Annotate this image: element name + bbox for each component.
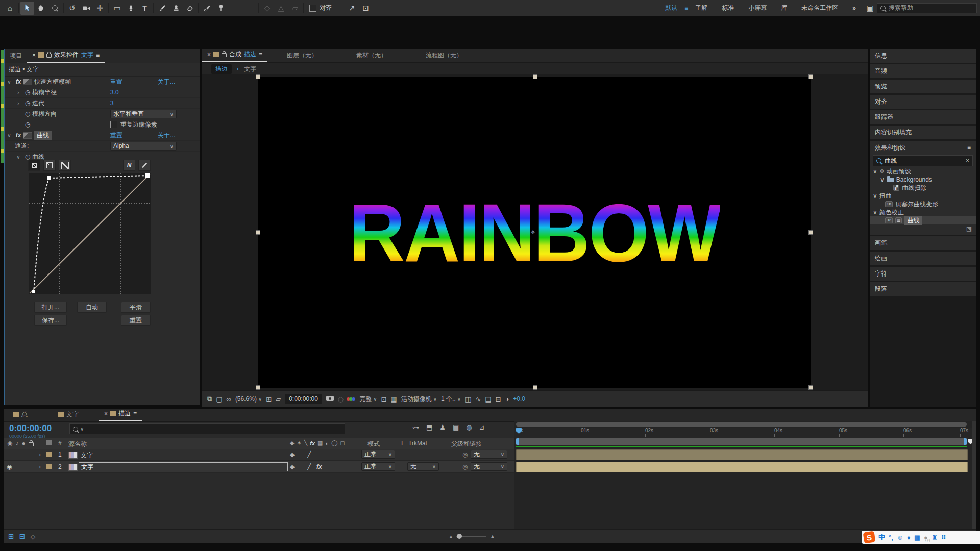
- eye-icon[interactable]: ◉: [7, 463, 12, 470]
- panel-info[interactable]: 信息: [870, 49, 976, 63]
- draft-3d-icon[interactable]: ⬒: [426, 423, 432, 431]
- tab-close-icon[interactable]: ×: [32, 52, 36, 59]
- ime-login-icon[interactable]: ●21: [924, 534, 928, 541]
- toggle-transfer-controls-icon[interactable]: ⊟: [19, 532, 26, 540]
- quality-toggle[interactable]: ╱: [307, 451, 311, 458]
- tab-effect-controls[interactable]: × 效果控件 文字 ≡: [27, 48, 105, 63]
- effects-presets-search-box[interactable]: 曲线 ×: [873, 155, 973, 166]
- tree-effect-curves-selected[interactable]: 32 ▥ 曲线: [870, 216, 976, 224]
- ime-toolbox-icon[interactable]: ⠿: [941, 534, 946, 541]
- tree-category-distort[interactable]: ∨ 扭曲: [870, 192, 976, 200]
- layer-row-1[interactable]: › 1 文字 ◆ ╱ 正常 ∨ ◎ 无 ∨: [4, 449, 514, 461]
- stopwatch-icon[interactable]: ◷: [23, 110, 32, 117]
- composition-canvas[interactable]: RAINBOW ⌖: [258, 77, 811, 388]
- collapse-icon[interactable]: ∨: [873, 209, 877, 216]
- fx-badge-icon[interactable]: fx: [14, 132, 23, 139]
- tab-footage-viewer[interactable]: 素材（无）: [352, 48, 391, 62]
- timecode[interactable]: 0:00:00:00: [9, 423, 52, 434]
- mask-visibility-icon[interactable]: ▱: [276, 395, 281, 403]
- workspace-small-screen[interactable]: 小屏幕: [741, 4, 774, 12]
- brush-tool-icon[interactable]: [155, 2, 169, 15]
- reset-link[interactable]: 重置: [110, 131, 122, 140]
- panel-paragraph[interactable]: 段落: [870, 282, 976, 296]
- selection-handle[interactable]: [808, 385, 813, 390]
- param-value[interactable]: 3: [110, 99, 114, 107]
- eraser-tool-icon[interactable]: [183, 2, 197, 15]
- blend-mode-dropdown[interactable]: 正常 ∨: [361, 450, 395, 459]
- tab-flowchart-viewer[interactable]: 流程图（无）: [422, 48, 467, 62]
- panel-tracker[interactable]: 跟踪器: [870, 110, 976, 124]
- workspace-default[interactable]: 默认: [658, 4, 684, 12]
- panel-content-aware-fill[interactable]: 内容识别填充: [870, 126, 976, 139]
- tree-category-color-correction[interactable]: ∨ 颜色校正: [870, 208, 976, 216]
- camera-tool-icon[interactable]: [79, 2, 93, 15]
- layer-row-2-selected[interactable]: ◉ › 2 文字 ◆ ╱ fx 正常 ∨ 无 ∨ ◎ 无 ∨: [4, 461, 514, 473]
- tab-project[interactable]: 项目: [5, 49, 27, 63]
- view-layout-dropdown[interactable]: 1 个.. ∨: [441, 395, 461, 404]
- workspace-learn[interactable]: 了解: [688, 4, 715, 12]
- primary-viewer-icon[interactable]: ▢: [216, 395, 222, 403]
- timeline-horizontal-scrollbar[interactable]: [516, 422, 967, 427]
- corner-brackets-icon[interactable]: ⊡: [359, 2, 373, 15]
- trkmat-column[interactable]: TrkMat: [408, 440, 427, 447]
- home-icon[interactable]: ⌂: [3, 2, 17, 15]
- timeline-vertical-scrollbar[interactable]: [972, 421, 976, 531]
- panel-menu-icon[interactable]: ≡: [259, 51, 262, 58]
- ime-keyboard-icon[interactable]: ▦: [914, 534, 920, 541]
- preview-time[interactable]: 0:00:00:00: [285, 394, 322, 404]
- clear-search-icon[interactable]: ×: [966, 157, 969, 164]
- timeline-zoom-control[interactable]: ▲ ▲: [449, 533, 495, 539]
- channels-icon[interactable]: [348, 397, 355, 401]
- label-chip[interactable]: [46, 464, 52, 469]
- selection-handle[interactable]: [533, 74, 537, 79]
- ime-punctuation-icon[interactable]: °,: [889, 534, 893, 541]
- pixel-aspect-icon[interactable]: ◫: [465, 395, 471, 403]
- time-ruler[interactable]: 0s 01s 02s 03s 04s 05s 06s 07s: [514, 428, 972, 438]
- repeat-edge-checkbox[interactable]: [110, 121, 117, 128]
- show-snapshot-icon[interactable]: ◍: [338, 395, 344, 403]
- shy-layers-icon[interactable]: ♟: [439, 423, 446, 431]
- snapshot-camera-icon[interactable]: [326, 395, 334, 403]
- label-chip[interactable]: [46, 452, 52, 457]
- param-value[interactable]: 3.0: [110, 89, 119, 96]
- panel-brushes[interactable]: 画笔: [870, 236, 976, 250]
- selection-handle[interactable]: [533, 385, 537, 390]
- expand-icon[interactable]: ›: [14, 90, 23, 95]
- shy-toggle-icon[interactable]: ◆: [290, 451, 295, 458]
- parent-dropdown[interactable]: 无 ∨: [471, 462, 507, 471]
- reset-link[interactable]: 重置: [110, 78, 122, 86]
- tab-layer-viewer[interactable]: 图层（无）: [283, 48, 322, 62]
- current-time-display[interactable]: 0:00:00:00 00000 (25.00 fps): [9, 423, 52, 439]
- selection-tool-icon[interactable]: [20, 2, 34, 15]
- roto-brush-tool-icon[interactable]: [200, 2, 214, 15]
- timeline-button-icon[interactable]: ▤: [485, 395, 491, 403]
- help-search-box[interactable]: 搜索帮助: [877, 3, 977, 13]
- always-preview-icon[interactable]: ⧉: [207, 395, 212, 403]
- stopwatch-icon[interactable]: ◷: [23, 153, 32, 160]
- fx-toggle[interactable]: fx: [316, 463, 322, 470]
- shape-tool-icon[interactable]: ▭: [110, 2, 124, 15]
- type-tool-icon[interactable]: T: [138, 2, 152, 15]
- pickwhip-icon[interactable]: ◎: [462, 463, 468, 470]
- stopwatch-icon[interactable]: ◷: [23, 99, 32, 107]
- curve-save-button[interactable]: 保存...: [34, 315, 67, 326]
- grid-guides-icon[interactable]: ⊞: [266, 395, 272, 403]
- ime-skin-icon[interactable]: ♜: [932, 534, 938, 541]
- collapse-icon[interactable]: ∨: [14, 154, 23, 160]
- layer-bar-1[interactable]: [516, 449, 968, 460]
- toggle-in-out-icon[interactable]: ◇: [30, 533, 35, 540]
- channel-dropdown[interactable]: Alpha ∨: [110, 142, 177, 151]
- ime-language-toggle[interactable]: 中: [878, 533, 885, 542]
- reset-exposure-icon[interactable]: ◑: [505, 395, 509, 403]
- tree-folder-backgrounds[interactable]: ∨ Backgrounds: [870, 176, 976, 184]
- tree-effect-bezier-warp[interactable]: 16 贝塞尔曲线变形: [870, 200, 976, 208]
- quality-toggle[interactable]: ╱: [307, 463, 311, 470]
- zoom-slider-knob[interactable]: [457, 534, 462, 539]
- toggle-layer-switches-icon[interactable]: ⊞: [8, 532, 14, 540]
- 3d-view-dropdown[interactable]: 活动摄像机 ∨: [401, 395, 437, 404]
- comp-mini-flowchart-icon[interactable]: ⊶: [412, 423, 419, 431]
- comp-nav-current[interactable]: 描边: [211, 64, 232, 74]
- shy-toggle-icon[interactable]: ◆: [290, 463, 295, 470]
- effect-fast-box-blur-header[interactable]: ∨ fx 快速方框模糊 重置 关于...: [5, 77, 200, 87]
- comp-flowchart-icon[interactable]: ⊟: [496, 395, 501, 403]
